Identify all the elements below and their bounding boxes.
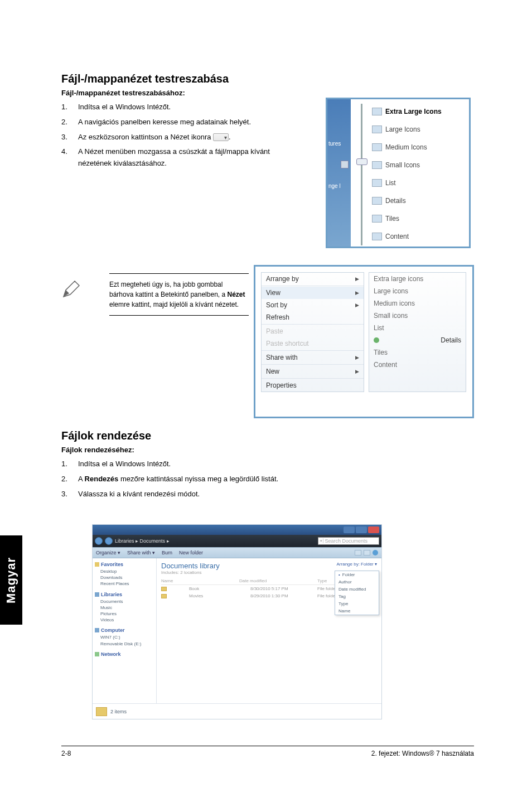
help-icon[interactable]: [373, 550, 378, 555]
medium-icons-icon: [372, 143, 382, 151]
sidebar-item[interactable]: Pictures: [95, 611, 154, 617]
ctx-sub-list[interactable]: List: [369, 322, 466, 334]
step-text: A Rendezés mezőre kattintással nyissa me…: [78, 474, 474, 485]
ctx-sub-extra-large[interactable]: Extra large icons: [369, 273, 466, 285]
arrange-option[interactable]: Date modified: [335, 586, 379, 593]
ctx-item-paste: Paste: [262, 325, 364, 337]
ctx-item-refresh[interactable]: Refresh: [262, 311, 364, 323]
sidebar-item[interactable]: Removable Disk (E:): [95, 641, 154, 647]
note-text: Ezt megteheti úgy is, ha jobb gombbal bá…: [109, 273, 249, 316]
large-icons-icon: [372, 125, 382, 133]
context-menu-left: Arrange by▶ View▶ Sort by▶ Refresh Paste…: [261, 272, 364, 392]
ctx-item-sort-by[interactable]: Sort by▶: [262, 299, 364, 311]
ctx-sub-content[interactable]: Content: [369, 359, 466, 371]
sidebar-favorites[interactable]: Favorites: [95, 562, 154, 567]
maximize-button[interactable]: [356, 526, 367, 533]
computer-icon: [95, 628, 99, 632]
sidebar-item[interactable]: WIN7 (C:): [95, 634, 154, 640]
arrange-option[interactable]: Author: [335, 578, 379, 586]
arrange-option[interactable]: Type: [335, 600, 379, 607]
ctx-item-share-with[interactable]: Share with▶: [262, 351, 364, 364]
forward-button[interactable]: [105, 537, 113, 545]
sidebar-item[interactable]: Desktop: [95, 568, 154, 574]
page-number: 2-8: [61, 750, 71, 757]
toolbar-organize[interactable]: Organize ▾: [96, 550, 120, 555]
language-tab: Magyar: [0, 535, 22, 625]
view-option[interactable]: Large Icons: [385, 125, 420, 133]
arrange-option[interactable]: Name: [335, 607, 379, 615]
step-text: A Nézet menüben mozgassa a csúszkát a fá…: [78, 146, 290, 170]
ctx-item-properties[interactable]: Properties: [262, 379, 364, 392]
details-icon: [372, 197, 382, 205]
views-slider[interactable]: [354, 99, 370, 247]
sidebar-item[interactable]: Documents: [95, 598, 154, 605]
view-option[interactable]: Content: [385, 233, 409, 240]
section1-subtitle: Fájl-/mappanézet testreszabásához:: [61, 89, 474, 97]
context-submenu-view: Extra large icons Large icons Medium ico…: [369, 272, 466, 392]
folder-icon: [161, 587, 167, 591]
sidebar-computer[interactable]: Computer: [95, 627, 154, 633]
toolbar: Organize ▾ Share with ▾ Burn New folder: [93, 547, 381, 558]
minimize-button[interactable]: [344, 526, 355, 533]
view-option[interactable]: Small Icons: [385, 161, 420, 169]
breadcrumb[interactable]: Libraries ▸ Documents ▸: [115, 538, 170, 544]
sidebar: Favorites Desktop Downloads Recent Place…: [93, 558, 157, 703]
star-icon: [95, 562, 99, 567]
arrange-option[interactable]: Tag: [335, 593, 379, 600]
sidebar-item[interactable]: Music: [95, 605, 154, 611]
content-icon: [372, 233, 382, 240]
footer: 2-8 2. fejezet: Windows® 7 használata: [61, 746, 474, 757]
close-button[interactable]: [368, 526, 379, 533]
preview-pane-icon[interactable]: [364, 550, 370, 555]
extra-large-icons-icon: [372, 108, 382, 115]
section2-title: Fájlok rendezése: [61, 429, 474, 442]
view-option[interactable]: Tiles: [385, 215, 399, 223]
main-pane: Documents library Includes: 2 locations …: [157, 558, 381, 703]
strip-box-icon: [341, 161, 349, 168]
libraries-icon: [95, 592, 99, 597]
ctx-sub-medium[interactable]: Medium icons: [369, 297, 466, 310]
sidebar-network[interactable]: Network: [95, 651, 154, 657]
ctx-item-new[interactable]: New▶: [262, 365, 364, 378]
pencil-icon: [61, 279, 81, 299]
chapter-label: 2. fejezet: Windows® 7 használata: [371, 750, 474, 757]
step-text: Indítsa el a Windows Intézőt.: [78, 458, 474, 470]
toolbar-burn[interactable]: Burn: [162, 550, 172, 555]
view-option[interactable]: Details: [385, 197, 406, 205]
sidebar-libraries[interactable]: Libraries: [95, 592, 154, 597]
toolbar-share[interactable]: Share with ▾: [127, 550, 155, 555]
arrange-option[interactable]: Folder: [335, 571, 379, 578]
section2-steps: 1.Indítsa el a Windows Intézőt. 2. A Ren…: [61, 458, 474, 500]
small-icons-icon: [372, 161, 382, 169]
arrange-by-menu: Folder Author Date modified Tag Type Nam…: [335, 571, 379, 615]
ctx-item-view[interactable]: View▶: [262, 287, 364, 299]
slider-knob-icon[interactable]: [356, 158, 367, 165]
status-bar: 2 items: [93, 703, 381, 719]
ctx-sub-large[interactable]: Large icons: [369, 285, 466, 297]
ctx-item-arrange-by[interactable]: Arrange by▶: [262, 273, 364, 285]
toolbar-new-folder[interactable]: New folder: [179, 550, 203, 555]
section2-subtitle: Fájlok rendezéséhez:: [61, 446, 474, 454]
back-button[interactable]: [95, 537, 103, 545]
network-icon: [95, 652, 99, 656]
views-menu-screenshot: tures nge l Extra Large Icons Large Icon…: [326, 98, 471, 248]
view-option[interactable]: Extra Large Icons: [385, 108, 442, 115]
search-input[interactable]: ▾│Search Documents: [318, 537, 379, 545]
view-option[interactable]: List: [385, 179, 396, 187]
sidebar-item[interactable]: Videos: [95, 617, 154, 623]
folder-icon: [161, 594, 167, 598]
ctx-sub-details[interactable]: Details: [369, 334, 466, 346]
ctx-sub-small[interactable]: Small icons: [369, 310, 466, 322]
sidebar-item[interactable]: Downloads: [95, 574, 154, 581]
folder-icon: [96, 707, 107, 716]
sidebar-item[interactable]: Recent Places: [95, 581, 154, 587]
views-list: Extra Large Icons Large Icons Medium Ico…: [372, 103, 467, 245]
section1-title: Fájl-/mappanézet testreszabása: [61, 73, 474, 85]
view-button-icon[interactable]: [355, 550, 361, 555]
ctx-item-paste-shortcut: Paste shortcut: [262, 337, 364, 350]
ctx-sub-tiles[interactable]: Tiles: [369, 346, 466, 359]
strip-label: nge l: [328, 183, 341, 189]
arrange-by-dropdown[interactable]: Arrange by: Folder ▾: [337, 562, 377, 567]
view-option[interactable]: Medium Icons: [385, 143, 427, 151]
nav-bar: Libraries ▸ Documents ▸ ▾│Search Documen…: [93, 535, 381, 547]
